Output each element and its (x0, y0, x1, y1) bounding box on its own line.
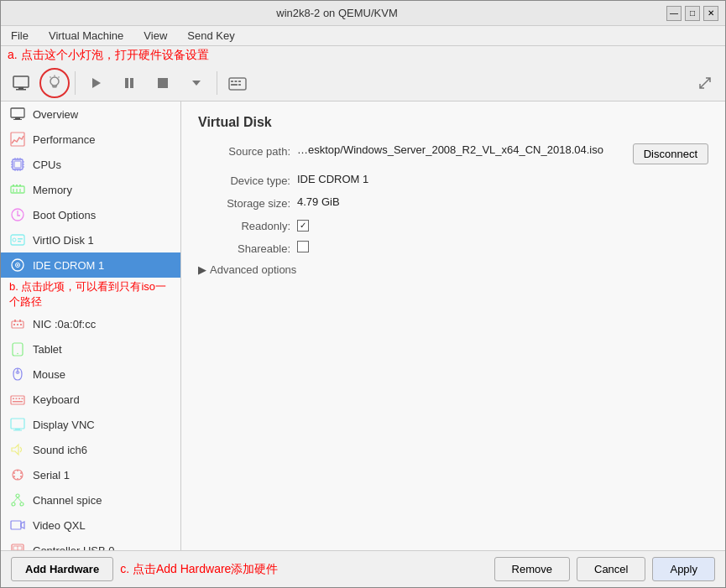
sidebar-label-controller-usb-0: Controller USB 0 (33, 544, 115, 551)
pause-button[interactable] (114, 68, 144, 98)
disconnect-button[interactable]: Disconnect (633, 143, 708, 164)
remove-button[interactable]: Remove (494, 557, 570, 581)
boot-icon (9, 206, 26, 223)
close-button[interactable]: ✕ (703, 6, 718, 21)
sidebar-label-performance: Performance (33, 133, 95, 146)
advanced-options-label: Advanced options (210, 263, 296, 276)
window-title: win2k8-2 on QEMU/KVM (8, 7, 666, 19)
sidebar-item-virtio-disk-1[interactable]: VirtIO Disk 1 (1, 227, 180, 252)
toolbar-separator-2 (217, 71, 217, 95)
menu-view[interactable]: View (137, 28, 174, 44)
shareable-checkbox-area (297, 241, 708, 255)
menu-send-key[interactable]: Send Key (180, 28, 241, 44)
bottom-annotation: c. 点击Add Hardware添加硬件 (120, 562, 487, 577)
advanced-options[interactable]: ▶ Advanced options (198, 263, 708, 276)
sidebar-item-performance[interactable]: Performance (1, 127, 180, 152)
bulb-icon (46, 75, 63, 91)
svg-rect-67 (13, 401, 23, 403)
sidebar-label-mouse: Mouse (33, 368, 65, 381)
svg-point-79 (16, 494, 19, 497)
sidebar-item-ide-cdrom-1[interactable]: IDE CDROM 1 (1, 252, 180, 278)
maximize-button[interactable]: □ (685, 6, 700, 21)
sidebar-item-boot-options[interactable]: Boot Options (1, 202, 180, 227)
svg-rect-15 (235, 81, 238, 82)
svg-rect-2 (16, 89, 26, 91)
sidebar-label-keyboard: Keyboard (33, 393, 80, 406)
dropdown-button[interactable] (181, 68, 212, 98)
source-path-value: …esktop/Windows_Server_2008_R2_VL_x64_CN… (297, 143, 626, 156)
sidebar-item-video-qxl[interactable]: Video QXL (1, 513, 180, 538)
resize-icon (697, 75, 713, 91)
sidebar: Overview Performance CPUs (1, 101, 181, 550)
sidebar-label-cpus: CPUs (33, 159, 61, 171)
svg-rect-16 (238, 81, 241, 82)
sidebar-item-serial-1[interactable]: Serial 1 (1, 462, 180, 487)
main-area: Overview Performance CPUs (1, 101, 725, 550)
bottom-bar: Add Hardware c. 点击Add Hardware添加硬件 Remov… (1, 550, 725, 587)
svg-rect-53 (14, 320, 16, 322)
svg-rect-24 (14, 161, 21, 168)
sidebar-item-tablet[interactable]: Tablet (1, 336, 180, 362)
sidebar-item-mouse[interactable]: Mouse (1, 362, 180, 387)
sidebar-item-channel-spice[interactable]: Channel spice (1, 487, 180, 513)
readonly-checkbox-area: ✓ (297, 218, 708, 232)
nic-icon (9, 315, 26, 332)
menu-virtual-machine[interactable]: Virtual Machine (42, 28, 130, 44)
svg-rect-84 (11, 521, 21, 529)
svg-rect-20 (15, 117, 20, 119)
toolbar (1, 65, 725, 101)
menu-file[interactable]: File (4, 28, 35, 44)
sidebar-label-tablet: Tablet (33, 343, 62, 356)
content-panel: Virtual Disk Source path: …esktop/Window… (181, 101, 725, 550)
svg-rect-69 (15, 429, 20, 430)
send-key-button[interactable] (222, 68, 253, 98)
sidebar-item-display-vnc[interactable]: Display VNC (1, 412, 180, 437)
shareable-label: Shareable: (198, 241, 290, 255)
advanced-options-arrow: ▶ (198, 263, 206, 276)
sidebar-item-keyboard[interactable]: Keyboard (1, 387, 180, 412)
sidebar-label-ide-cdrom-1: IDE CDROM 1 (33, 259, 104, 272)
keyboard-send-icon (228, 74, 247, 92)
svg-rect-68 (11, 419, 24, 429)
svg-rect-17 (231, 84, 238, 86)
sidebar-label-serial-1: Serial 1 (33, 469, 70, 481)
hardware-button[interactable] (39, 68, 70, 98)
sound-icon (9, 441, 26, 458)
svg-rect-10 (130, 78, 133, 88)
stop-button[interactable] (148, 68, 178, 98)
svg-rect-63 (13, 398, 14, 400)
svg-point-76 (17, 478, 18, 480)
svg-rect-18 (238, 84, 241, 86)
toolbar-area: a. 点击这个小灯泡，打开硬件设备设置 (1, 46, 725, 101)
sidebar-item-nic[interactable]: NIC :0a:0f:cc (1, 311, 180, 336)
minimize-button[interactable]: — (666, 6, 682, 21)
sidebar-item-overview[interactable]: Overview (1, 101, 180, 127)
sidebar-label-overview: Overview (33, 108, 78, 121)
svg-rect-43 (19, 189, 21, 192)
sidebar-label-boot-options: Boot Options (33, 209, 96, 221)
shareable-checkbox[interactable] (297, 241, 309, 252)
svg-rect-14 (231, 81, 233, 82)
add-hardware-button[interactable]: Add Hardware (11, 557, 113, 581)
cancel-button[interactable]: Cancel (577, 557, 645, 581)
tablet-icon (9, 341, 26, 357)
svg-rect-21 (13, 119, 22, 120)
readonly-checkbox[interactable]: ✓ (297, 220, 309, 232)
sidebar-item-controller-usb-0[interactable]: Controller USB 0 (1, 538, 180, 550)
overview-button[interactable] (6, 68, 36, 98)
resize-button[interactable] (690, 68, 720, 98)
cdrom-icon (9, 257, 26, 273)
svg-marker-85 (21, 522, 24, 528)
svg-rect-41 (13, 189, 14, 192)
apply-button[interactable]: Apply (652, 557, 715, 581)
svg-rect-65 (18, 398, 20, 400)
memory-icon (9, 181, 26, 198)
toolbar-annotation: a. 点击这个小灯泡，打开硬件设备设置 (1, 46, 725, 65)
sidebar-item-cpus[interactable]: CPUs (1, 152, 180, 177)
usb-controller-icon (9, 542, 26, 550)
sidebar-item-sound-ich6[interactable]: Sound ich6 (1, 437, 180, 462)
svg-point-3 (50, 77, 59, 86)
svg-point-73 (17, 470, 18, 471)
sidebar-item-memory[interactable]: Memory (1, 177, 180, 202)
play-button[interactable] (81, 68, 111, 98)
